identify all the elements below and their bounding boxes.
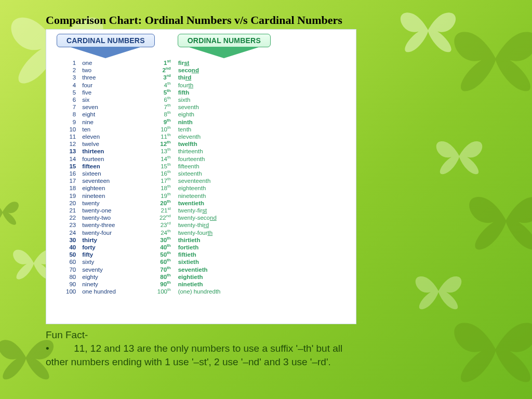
table-row: eighth <box>178 111 221 118</box>
table-row: thirteen <box>82 148 116 155</box>
table-row: 4th <box>157 82 171 89</box>
table-row: 18 <box>66 184 76 192</box>
table-row: twenty-fourth <box>178 229 221 236</box>
cardinal-header: CARDINAL NUMBERS <box>57 34 155 58</box>
fun-fact: Fun Fact- • 11, 12 and 13 are the only n… <box>46 328 352 369</box>
table-row: thirty <box>82 236 116 244</box>
table-row: 23 <box>66 221 76 229</box>
table-row: 14 <box>66 155 76 163</box>
table-row: 80 <box>66 273 76 281</box>
table-row: (one) hundredth <box>178 288 221 295</box>
table-row: 70th <box>157 266 171 273</box>
table-row: six <box>82 96 116 103</box>
table-row: 12th <box>157 140 171 148</box>
table-row: three <box>82 74 116 81</box>
table-row: 5th <box>157 89 171 96</box>
table-row: fifteenth <box>178 163 221 170</box>
table-row: five <box>82 89 116 96</box>
table-row: 100 <box>66 288 76 295</box>
table-row: ten <box>82 126 116 133</box>
table-row: 40th <box>157 244 171 251</box>
table-row: 10 <box>66 126 76 133</box>
table-row: fifth <box>178 89 221 96</box>
table-row: ninetieth <box>178 281 221 288</box>
table-row: twenty-two <box>82 214 116 221</box>
table-row: fourth <box>178 82 221 89</box>
table-row: thirteenth <box>178 148 221 155</box>
table-row: 10th <box>157 126 171 133</box>
table-row: twenty-four <box>82 229 116 236</box>
table-row: eleventh <box>178 133 221 140</box>
table-row: sixteenth <box>178 170 221 177</box>
cardinal-header-label: CARDINAL NUMBERS <box>57 34 155 47</box>
table-row: 18th <box>157 184 171 192</box>
table-row: sixth <box>178 96 221 103</box>
table-row: 5 <box>66 89 76 96</box>
table-row: 12 <box>66 140 76 148</box>
table-row: seventh <box>178 103 221 111</box>
table-row: tenth <box>178 126 221 133</box>
comparison-chart: CARDINAL NUMBERS ORDINAL NUMBERS 1234567… <box>46 29 356 324</box>
table-row: 50th <box>157 251 171 258</box>
table-row: 20th <box>157 200 171 207</box>
table-row: eighteenth <box>178 184 221 192</box>
table-row: twentieth <box>178 200 221 207</box>
table-row: sixty <box>82 258 116 265</box>
table-row: 19th <box>157 192 171 200</box>
table-row: twenty-third <box>178 221 221 229</box>
table-row: 6th <box>157 96 171 103</box>
table-row: ninth <box>178 118 221 126</box>
butterfly-decoration-icon <box>397 5 459 55</box>
table-row: first <box>178 59 221 66</box>
butterfly-decoration-icon <box>413 270 464 312</box>
table-row: nine <box>82 118 116 126</box>
table-row: 30th <box>157 236 171 244</box>
ordinal-word-column: firstsecondthirdfourthfifthsixthseventhe… <box>178 59 221 296</box>
table-row: sixtieth <box>178 258 221 265</box>
ordinal-header: ORDINAL NUMBERS <box>178 34 271 58</box>
table-row: second <box>178 66 221 74</box>
table-row: 14th <box>157 155 171 163</box>
table-row: eight <box>82 111 116 118</box>
table-row: 22nd <box>157 214 171 221</box>
table-row: nineteenth <box>178 192 221 200</box>
table-row: sixteen <box>82 170 116 177</box>
table-row: twelve <box>82 140 116 148</box>
table-row: 90 <box>66 281 76 288</box>
table-row: 16th <box>157 170 171 177</box>
butterfly-decoration-icon <box>449 21 532 96</box>
table-row: third <box>178 74 221 81</box>
table-row: 7 <box>66 103 76 111</box>
table-row: four <box>82 82 116 89</box>
table-row: 17th <box>157 177 171 184</box>
table-row: eightieth <box>178 273 221 281</box>
table-row: 23rd <box>157 221 171 229</box>
table-row: 60th <box>157 258 171 265</box>
table-row: eighty <box>82 273 116 281</box>
butterfly-decoration-icon <box>464 187 532 254</box>
table-row: 90th <box>157 281 171 288</box>
table-row: fiftieth <box>178 251 221 258</box>
table-row: twenty-one <box>82 207 116 214</box>
table-row: twenty-first <box>178 207 221 214</box>
table-row: 7th <box>157 103 171 111</box>
table-row: 17 <box>66 177 76 184</box>
table-row: twelfth <box>178 140 221 148</box>
fun-fact-body: • 11, 12 and 13 are the only numbers to … <box>46 342 352 369</box>
arrow-down-icon <box>69 47 142 58</box>
table-row: 21st <box>157 207 171 214</box>
table-row: forty <box>82 244 116 251</box>
table-row: 70 <box>66 266 76 273</box>
cardinal-word-column: onetwothreefourfivesixseveneightninetene… <box>82 59 116 296</box>
table-row: fifteen <box>82 163 116 170</box>
table-row: 11 <box>66 133 76 140</box>
table-row: 22 <box>66 214 76 221</box>
table-row: 8 <box>66 111 76 118</box>
table-row: 19 <box>66 192 76 200</box>
table-row: 8th <box>157 111 171 118</box>
table-row: 1st <box>157 59 171 66</box>
table-row: 15th <box>157 163 171 170</box>
table-row: twenty-three <box>82 221 116 229</box>
table-row: 30 <box>66 236 76 244</box>
table-row: 6 <box>66 96 76 103</box>
